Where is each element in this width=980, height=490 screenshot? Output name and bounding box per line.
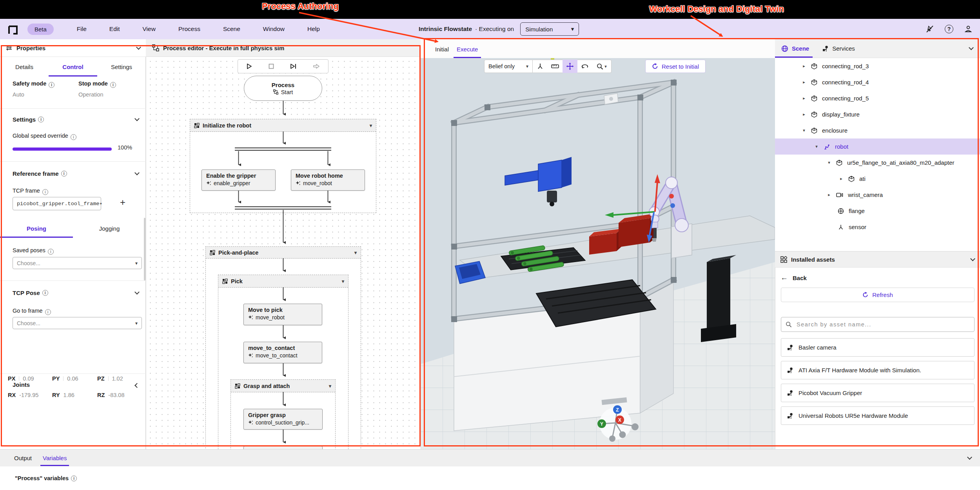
saved-poses-select[interactable]: Choose... ▾: [13, 257, 142, 269]
refres h-button[interactable]: Refresh: [781, 288, 975, 302]
menu-help[interactable]: Help: [296, 22, 331, 36]
asset-card-picobot[interactable]: Picobot Vacuum Gripper: [781, 384, 975, 402]
process-canvas[interactable]: Initialize the robot ▾ Pick-and-place ▾: [146, 57, 421, 449]
node-move-to-contact[interactable]: move_to_contact move_to_contact: [243, 342, 322, 363]
menu-view[interactable]: View: [131, 22, 167, 36]
chevron-down-icon[interactable]: [969, 45, 974, 50]
group-pick-header[interactable]: Pick ▾: [218, 275, 348, 288]
node-move-robot-home[interactable]: Move robot home move_robot: [291, 169, 365, 191]
installed-assets-header[interactable]: Installed assets: [775, 251, 980, 268]
move-tool-icon[interactable]: [563, 60, 577, 73]
tree-item-display-fixture[interactable]: ▸ display_fixture: [775, 106, 980, 122]
settings-section-header[interactable]: Settings i: [7, 116, 49, 123]
asset-card-basler[interactable]: Basler camera: [781, 338, 975, 357]
tab-variables[interactable]: Variables: [37, 450, 72, 466]
menu-edit[interactable]: Edit: [98, 22, 131, 36]
caret-right-icon[interactable]: ▸: [802, 112, 806, 117]
tab-jogging[interactable]: Jogging: [73, 219, 146, 238]
tree-item-ati[interactable]: ▸ ati: [775, 171, 980, 187]
py-value[interactable]: 0.06: [67, 375, 78, 382]
step-icon[interactable]: [290, 63, 297, 69]
caret-right-icon[interactable]: ▸: [802, 64, 806, 69]
tab-control[interactable]: Control: [49, 57, 97, 77]
group-initialize-header[interactable]: Initialize the robot ▾: [190, 119, 376, 132]
chevron-down-icon[interactable]: [134, 290, 140, 295]
tab-execute[interactable]: Execute: [453, 46, 482, 58]
tab-output[interactable]: Output: [9, 450, 37, 466]
node-clipped[interactable]: [243, 446, 323, 449]
tree-item-connecting-rod-4[interactable]: ▸ connecting_rod_4: [775, 74, 980, 90]
menu-window[interactable]: Window: [252, 22, 296, 36]
rx-value[interactable]: -179.95: [19, 392, 38, 398]
tree-item-robot[interactable]: ▾ robot: [775, 138, 980, 155]
properties-header[interactable]: Properties: [0, 39, 146, 57]
tab-scene[interactable]: Scene: [775, 39, 815, 58]
group-pnp-header[interactable]: Pick-and-place ▾: [206, 247, 361, 259]
reference-frame-header[interactable]: Reference frame i: [7, 170, 73, 177]
caret-down-icon[interactable]: ▾: [827, 160, 831, 165]
back-button[interactable]: ← Back: [775, 271, 980, 285]
group-grasp-header[interactable]: Grasp and attach ▾: [231, 380, 335, 392]
help-icon[interactable]: ?: [945, 25, 953, 33]
rotate-tool-icon[interactable]: [577, 60, 592, 73]
add-frame-button[interactable]: +: [120, 197, 125, 208]
tab-services[interactable]: Services: [815, 39, 861, 58]
tab-posing[interactable]: Posing: [0, 219, 73, 238]
measure-tool-icon[interactable]: [548, 60, 563, 73]
scrollbar[interactable]: [144, 218, 145, 281]
tree-item-adapter[interactable]: ▾ ur5e_flange_to_ati_axia80_m20_adapter: [775, 155, 980, 171]
chevron-down-icon[interactable]: [134, 116, 140, 121]
tcp-frame-select[interactable]: picobot_gripper.tool_frame ▾: [13, 197, 101, 210]
tree-item-flange[interactable]: flange: [775, 203, 980, 219]
group-initialize-robot[interactable]: Initialize the robot ▾: [190, 119, 376, 213]
tab-settings[interactable]: Settings: [97, 57, 146, 77]
node-move-to-pick[interactable]: Move to pick move_robot: [243, 304, 322, 325]
asset-search[interactable]: [781, 317, 975, 332]
tree-item-connecting-rod-3[interactable]: ▸ connecting_rod_3: [775, 58, 980, 74]
caret-right-icon[interactable]: ▸: [802, 96, 806, 101]
joints-header[interactable]: Joints: [7, 381, 35, 388]
menu-file[interactable]: File: [65, 22, 98, 36]
tree-item-sensor[interactable]: sensor: [775, 219, 980, 235]
px-value[interactable]: 0.09: [23, 375, 34, 382]
process-start-node[interactable]: Process Start: [244, 76, 322, 101]
tcp-pose-header[interactable]: TCP Pose i: [7, 290, 54, 296]
skip-icon[interactable]: [313, 63, 320, 69]
node-gripper-grasp[interactable]: Gripper grasp control_suction_grip...: [243, 409, 323, 430]
pointer-disabled-icon[interactable]: [925, 24, 935, 34]
caret-right-icon[interactable]: ▸: [839, 176, 844, 181]
chevron-down-icon[interactable]: [134, 170, 140, 175]
viewport-3d-scene[interactable]: Z X Y Belief only ▾: [421, 58, 775, 449]
asset-card-ati[interactable]: ATI Axia F/T Hardware Module with Simula…: [781, 361, 975, 379]
asset-search-input[interactable]: [796, 321, 970, 328]
tree-item-enclosure[interactable]: ▾ enclosure: [775, 122, 980, 138]
tab-details[interactable]: Details: [0, 57, 49, 77]
rz-value[interactable]: -83.08: [108, 392, 124, 398]
asset-card-ur5e[interactable]: Universal Robots UR5e Hardware Module: [781, 406, 975, 425]
menu-scene[interactable]: Scene: [212, 22, 252, 36]
menu-process[interactable]: Process: [167, 22, 212, 36]
frame-tool-icon[interactable]: [533, 60, 548, 73]
account-icon[interactable]: [964, 24, 973, 34]
ry-value[interactable]: 1.86: [64, 392, 74, 398]
caret-right-icon[interactable]: ▸: [802, 80, 806, 85]
caret-right-icon[interactable]: ▸: [827, 192, 831, 197]
play-icon[interactable]: [246, 63, 252, 69]
tree-item-connecting-rod-5[interactable]: ▸ connecting_rod_5: [775, 90, 980, 106]
tab-initial[interactable]: Initial: [431, 46, 453, 58]
reset-to-initial-button[interactable]: Reset to Initial: [645, 60, 706, 73]
beta-badge[interactable]: Beta: [27, 24, 54, 35]
goto-frame-select[interactable]: Choose... ▾: [13, 317, 142, 329]
caret-down-icon[interactable]: ▾: [802, 128, 806, 133]
stop-icon[interactable]: [269, 64, 274, 69]
caret-down-icon[interactable]: ▾: [814, 144, 819, 149]
execution-target-select[interactable]: Simulation ▾: [520, 22, 579, 36]
tree-item-wrist-camera[interactable]: ▸ wrist_camera: [775, 187, 980, 203]
belief-mode-select[interactable]: Belief only ▾: [484, 60, 533, 73]
zoom-tool-icon[interactable]: ▾: [592, 60, 611, 73]
chevron-left-icon[interactable]: [134, 383, 140, 388]
node-enable-gripper[interactable]: Enable the gripper enable_gripper: [201, 169, 276, 191]
speed-slider[interactable]: [13, 148, 112, 151]
pz-value[interactable]: 1.02: [112, 375, 123, 382]
chevron-down-icon[interactable]: [967, 455, 972, 460]
